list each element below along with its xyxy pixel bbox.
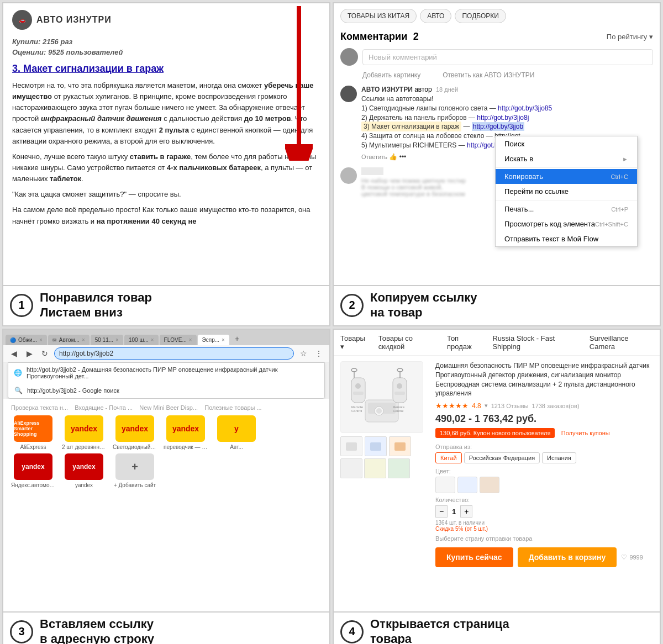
context-print[interactable]: Печать...Ctrl+P: [496, 202, 637, 217]
product-images: Remote Control Remote Control: [340, 361, 429, 567]
new-tab-page: Проверка текста н... Входящие - Почта ..…: [3, 399, 329, 644]
highlighted-link-3: 3) Макет сигнализации в гараж: [361, 122, 461, 131]
step-4-text: Открывается страница товара: [370, 617, 509, 644]
product-info: Домашняя безопасность ПИР МР оповещение …: [435, 361, 653, 567]
stat1: Купили: 2156 раз: [12, 38, 320, 46]
tab-china-goods[interactable]: ТОВАРЫ ИЗ КИТАЯ: [340, 9, 417, 23]
add-image-btn[interactable]: Добавить картинку: [362, 71, 420, 79]
context-goto-link[interactable]: Перейти по ссылке: [496, 184, 637, 199]
site-header: 🚗 АВТО ИЗНУТРИ: [12, 10, 320, 30]
autocomplete-dropdown: 🌐 http://got.by/3jjob2 - Домашняя безопа…: [8, 362, 325, 399]
thumb-2[interactable]: [365, 436, 387, 456]
new-tab-button[interactable]: +: [230, 332, 244, 345]
svg-point-5: [376, 408, 382, 414]
bookmark-button[interactable]: ☆: [297, 347, 309, 360]
link-3[interactable]: http://got.by/3jjob: [472, 122, 524, 131]
add-to-cart-button[interactable]: Добавить в корзину: [518, 547, 617, 567]
context-copy[interactable]: КопироватьCtrl+C: [496, 169, 637, 184]
reviews-count: 1213 Отзывы: [491, 403, 529, 409]
comments-sort[interactable]: По рейтингу ▾: [607, 33, 653, 41]
color-label: Цвет:: [435, 468, 653, 474]
nav-top[interactable]: Топ продаж: [447, 334, 483, 351]
thumb-4[interactable]: [340, 458, 362, 478]
shipping-russia[interactable]: Российская Федерация: [464, 452, 540, 463]
product-image-svg: Remote Control Remote Control: [349, 367, 415, 427]
context-search[interactable]: Поиск: [496, 136, 637, 151]
nav-goods[interactable]: Товары ▾: [340, 334, 370, 351]
bookmarks-row-2: yandex Яндекс.автомото... yandex yandex …: [9, 453, 324, 488]
stars-icon: ★★★★★: [435, 402, 469, 410]
yandex-1-icon: yandex: [65, 415, 103, 442]
qty-label: Количество:: [435, 497, 653, 503]
back-button[interactable]: ◀: [8, 347, 20, 360]
color-swatch-3[interactable]: [480, 477, 499, 493]
browser-tabs: 🔵Обжи...× ✉Автом...× 50 11...× 100 ш...×…: [3, 330, 329, 345]
bookmark-aliexpress-top[interactable]: AliExpressSmarter Shopping AliExpress: [9, 415, 57, 450]
new-comment-area: Новый комментарий: [340, 48, 653, 66]
bookmark-add-site[interactable]: + + Добавить сайт: [110, 453, 159, 488]
menu-button[interactable]: ⋮: [313, 347, 325, 360]
qty-decrease-button[interactable]: −: [435, 505, 448, 518]
buy-now-button[interactable]: Купить сейчас: [435, 547, 513, 567]
nav-sale[interactable]: Товары со скидкой: [378, 334, 438, 351]
step-3-text: Вставляем ссылку в адресную строку: [40, 617, 154, 644]
shipping-china[interactable]: Китай: [435, 452, 462, 463]
browser-toolbar: ◀ ▶ ↻ http://got.by/3jjob2 ☆ ⋮: [3, 345, 329, 362]
bookmark-yandex-red-1[interactable]: yandex Яндекс.автомото...: [9, 453, 57, 488]
tab-selections[interactable]: ПОДБОРКИ: [455, 9, 506, 23]
context-search-in[interactable]: Искать в►: [496, 151, 637, 166]
bookmark-yandex-2[interactable]: yandex Светодиодный ноч...: [110, 415, 159, 450]
new-comment-input[interactable]: Новый комментарий: [362, 49, 653, 65]
svg-rect-21: [370, 442, 381, 451]
step-2-circle: 2: [340, 294, 364, 317]
thumb-1[interactable]: [340, 436, 362, 456]
link-1[interactable]: http://got.by/3jjo85: [498, 104, 552, 112]
comments-header: Комментарии 2 По рейтингу ▾: [340, 31, 653, 43]
shipping-spain[interactable]: Испания: [542, 452, 576, 463]
svg-text:Control: Control: [393, 409, 403, 413]
browser-tab-6[interactable]: Эспр...×: [198, 335, 229, 345]
context-send-flow[interactable]: Отправить текст в Мой Flow: [496, 231, 637, 246]
panel-4: Товары ▾ Товары со скидкой Топ продаж Ru…: [333, 329, 661, 644]
wishlist-button[interactable]: ♡ 9999: [621, 553, 643, 561]
refresh-button[interactable]: ↻: [39, 347, 51, 360]
product-thumbnails-row2: [340, 458, 429, 478]
thumb-6[interactable]: [388, 458, 410, 478]
url-bar[interactable]: http://got.by/3jjob2: [54, 347, 294, 360]
autocomplete-item-1[interactable]: 🌐 http://got.by/3jjob2 - Домашняя безопа…: [8, 363, 324, 383]
panel-2-content: ТОВАРЫ ИЗ КИТАЯ АВТО ПОДБОРКИ Комментари…: [334, 3, 660, 325]
reply-as-btn[interactable]: Ответить как АВТО ИЗНУТРИ: [443, 71, 534, 79]
step-2-text: Копируем ссылку на товар: [370, 291, 477, 320]
browser-tab-5[interactable]: FLOVE...×: [160, 335, 197, 345]
bookmarks-label: Проверка текста н... Входящие - Почта ..…: [9, 404, 324, 411]
ship-country-section: Выберите страну отправки товара: [435, 535, 653, 542]
qty-increase-button[interactable]: +: [460, 505, 472, 518]
color-swatch-2[interactable]: [457, 477, 477, 493]
thumb-3[interactable]: [389, 436, 411, 456]
browser-tab-3[interactable]: 50 11...×: [91, 335, 123, 345]
globe-icon: 🌐: [14, 368, 22, 377]
add-site-icon: +: [115, 453, 154, 480]
bookmark-yandex-4[interactable]: y Авт...: [212, 415, 261, 450]
link-2[interactable]: http://got.by/3jjo8j: [477, 114, 529, 122]
browser-tab-1[interactable]: 🔵Обжи...×: [6, 335, 47, 345]
forward-button[interactable]: ▶: [23, 347, 35, 360]
bookmarks-row-1: AliExpressSmarter Shopping AliExpress ya…: [9, 415, 324, 450]
aliexpress-top-icon: AliExpressSmarter Shopping: [14, 415, 52, 442]
bookmark-yandex-1[interactable]: yandex 2 шт деревянные р...: [60, 415, 108, 450]
color-swatch-1[interactable]: [435, 477, 455, 493]
nav-surveillance[interactable]: Surveillance Camera: [590, 334, 653, 351]
bookmark-yandex-red-2[interactable]: yandex yandex: [60, 453, 108, 488]
panel-2: ТОВАРЫ ИЗ КИТАЯ АВТО ПОДБОРКИ Комментари…: [333, 2, 661, 326]
browser-tab-2[interactable]: ✉Автом...×: [48, 335, 90, 345]
context-inspect[interactable]: Просмотреть код элементаCtrl+Shift+C: [496, 217, 637, 231]
browser-tab-4[interactable]: 100 ш...×: [124, 335, 159, 345]
autocomplete-item-2[interactable]: 🔍 http://got.by/3jjob2 - Google поиск: [8, 383, 324, 398]
discount-note-text: Скидка 5% (от 5 шт.): [435, 526, 653, 532]
tab-auto[interactable]: АВТО: [420, 9, 451, 23]
bookmark-yandex-3[interactable]: yandex переводчик — Янд...: [161, 415, 210, 450]
yandex-3-icon: yandex: [166, 415, 205, 442]
nav-russia-stock[interactable]: Russia Stock - Fast Shipping: [492, 334, 580, 351]
thumb-5[interactable]: [364, 458, 386, 478]
get-coupon-link[interactable]: Получить купоны: [561, 430, 610, 436]
